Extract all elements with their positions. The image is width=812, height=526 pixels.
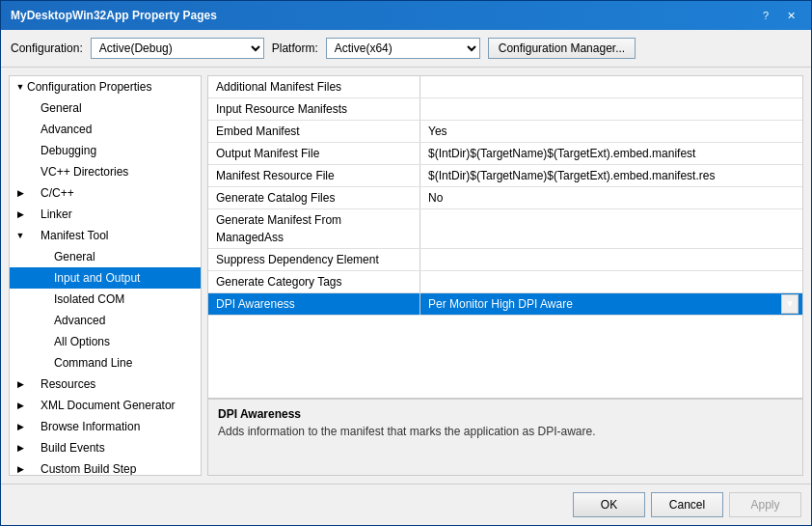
prop-value-manifest-res: $(IntDir)$(TargetName)$(TargetExt).embed…	[420, 165, 802, 186]
tree-label: Build Events	[41, 439, 105, 457]
prop-name-output-manifest: Output Manifest File	[208, 143, 420, 164]
tree-label: Input and Output	[54, 269, 140, 287]
tree-item-general[interactable]: General	[10, 97, 201, 119]
tree-label: Resources	[41, 375, 95, 393]
prop-name-dpi: DPI Awareness	[208, 293, 420, 315]
prop-name-suppress-dep: Suppress Dependency Element	[208, 249, 420, 270]
tree-item-mt-general[interactable]: General	[10, 246, 201, 267]
prop-row-add-manifest[interactable]: Additional Manifest Files	[208, 76, 802, 98]
tree-item-cpp[interactable]: ▶ C/C++	[10, 182, 201, 204]
tree-item-config-properties[interactable]: ▼ Configuration Properties	[10, 76, 201, 97]
tree-item-command-line[interactable]: Command Line	[10, 352, 201, 374]
configuration-select[interactable]: Active(Debug)	[91, 38, 264, 59]
tree-item-all-options[interactable]: All Options	[10, 331, 201, 352]
prop-value-catalog: No	[420, 187, 802, 208]
tree-label: Linker	[41, 206, 72, 223]
prop-row-embed[interactable]: Embed Manifest Yes	[208, 121, 802, 143]
prop-name-catalog: Generate Catalog Files	[208, 187, 420, 208]
prop-row-gen-managed[interactable]: Generate Manifest From ManagedAss	[208, 209, 802, 249]
tree-label: Custom Build Step	[41, 460, 136, 476]
prop-value-output-manifest: $(IntDir)$(TargetName)$(TargetExt).embed…	[420, 143, 802, 164]
prop-name-gen-managed: Generate Manifest From ManagedAss	[208, 209, 420, 248]
tree-item-build-events[interactable]: ▶ Build Events	[10, 437, 201, 458]
platform-select[interactable]: Active(x64)	[326, 38, 480, 59]
prop-value-input-res	[420, 98, 802, 120]
bottom-buttons: OK Cancel Apply	[1, 484, 811, 525]
expand-icon: ▶	[14, 397, 27, 414]
platform-label: Platform:	[272, 42, 318, 55]
tree-item-manifest-tool[interactable]: ▼ Manifest Tool	[10, 225, 201, 246]
title-controls: ? ✕	[755, 7, 801, 24]
prop-row-dpi[interactable]: DPI Awareness Per Monitor High DPI Aware…	[208, 293, 802, 316]
tree-label: Advanced	[41, 121, 92, 138]
desc-title: DPI Awareness	[218, 407, 793, 421]
expand-icon: ▶	[14, 184, 27, 202]
tree-label: Debugging	[41, 142, 96, 159]
prop-row-manifest-res[interactable]: Manifest Resource File $(IntDir)$(Target…	[208, 165, 802, 187]
tree-item-input-output[interactable]: Input and Output	[10, 267, 201, 289]
apply-button[interactable]: Apply	[729, 492, 801, 517]
dpi-dropdown-button[interactable]: ▼	[781, 294, 798, 314]
tree-label: General	[41, 99, 82, 117]
config-label: Configuration:	[11, 42, 83, 55]
description-panel: DPI Awareness Adds information to the ma…	[208, 398, 802, 475]
tree-label: C/C++	[41, 184, 74, 202]
prop-row-catalog[interactable]: Generate Catalog Files No	[208, 187, 802, 209]
prop-row-output-manifest[interactable]: Output Manifest File $(IntDir)$(TargetNa…	[208, 143, 802, 165]
prop-name-embed: Embed Manifest	[208, 121, 420, 142]
tree-item-advanced[interactable]: Advanced	[10, 119, 201, 140]
tree-item-resources[interactable]: ▶ Resources	[10, 374, 201, 395]
tree-label: Isolated COM	[54, 291, 124, 308]
tree-label: XML Document Generator	[41, 397, 176, 414]
prop-name-input-res: Input Resource Manifests	[208, 98, 420, 120]
cancel-button[interactable]: Cancel	[651, 492, 723, 517]
prop-row-suppress-dep[interactable]: Suppress Dependency Element	[208, 249, 802, 271]
help-button[interactable]: ?	[755, 7, 776, 24]
tree-item-vc-dirs[interactable]: VC++ Directories	[10, 161, 201, 182]
prop-value-dpi: Per Monitor High DPI Aware ▼	[420, 293, 802, 315]
tree-item-mt-advanced[interactable]: Advanced	[10, 310, 201, 331]
tree-panel: ▼ Configuration Properties General Advan…	[9, 75, 202, 476]
prop-value-gen-managed	[420, 209, 802, 248]
prop-value-embed: Yes	[420, 121, 802, 142]
prop-row-input-res[interactable]: Input Resource Manifests	[208, 98, 802, 121]
tree-item-isolated-com[interactable]: Isolated COM	[10, 289, 201, 310]
tree-label: Browse Information	[41, 418, 140, 435]
tree-label: All Options	[54, 333, 110, 350]
expand-icon: ▶	[14, 375, 27, 393]
property-panel: Additional Manifest Files Input Resource…	[207, 75, 803, 476]
prop-name-manifest-res: Manifest Resource File	[208, 165, 420, 186]
title-bar: MyDesktopWin32App Property Pages ? ✕	[1, 1, 811, 30]
prop-value-suppress-dep	[420, 249, 802, 270]
prop-row-gen-category[interactable]: Generate Category Tags	[208, 271, 802, 293]
window-title: MyDesktopWin32App Property Pages	[11, 9, 217, 22]
tree-item-linker[interactable]: ▶ Linker	[10, 204, 201, 225]
ok-button[interactable]: OK	[573, 492, 645, 517]
close-button[interactable]: ✕	[780, 7, 801, 24]
tree-item-custom-build[interactable]: ▶ Custom Build Step	[10, 458, 201, 476]
expand-icon: ▶	[14, 439, 27, 457]
tree-label: Manifest Tool	[41, 227, 108, 244]
expand-icon: ▶	[14, 206, 27, 223]
desc-text: Adds information to the manifest that ma…	[218, 425, 793, 438]
property-grid: Additional Manifest Files Input Resource…	[208, 76, 802, 398]
expand-icon: ▶	[14, 460, 27, 476]
tree-item-xml-doc[interactable]: ▶ XML Document Generator	[10, 395, 201, 416]
tree-item-browse-info[interactable]: ▶ Browse Information	[10, 416, 201, 437]
content-area: ▼ Configuration Properties General Advan…	[1, 68, 811, 484]
tree-label: Command Line	[54, 354, 132, 372]
expand-icon: ▼	[14, 78, 27, 96]
config-manager-button[interactable]: Configuration Manager...	[488, 38, 636, 59]
prop-value-gen-category	[420, 271, 802, 292]
tree-label: VC++ Directories	[41, 163, 128, 180]
prop-value-add-manifest	[420, 76, 802, 97]
tree-label: Configuration Properties	[27, 78, 151, 96]
main-window: MyDesktopWin32App Property Pages ? ✕ Con…	[0, 0, 812, 526]
expand-icon: ▼	[14, 227, 27, 244]
tree-label: General	[54, 248, 95, 265]
tree-item-debugging[interactable]: Debugging	[10, 140, 201, 161]
toolbar: Configuration: Active(Debug) Platform: A…	[1, 30, 811, 68]
expand-icon: ▶	[14, 418, 27, 435]
tree-label: Advanced	[54, 312, 105, 329]
prop-name-gen-category: Generate Category Tags	[208, 271, 420, 292]
